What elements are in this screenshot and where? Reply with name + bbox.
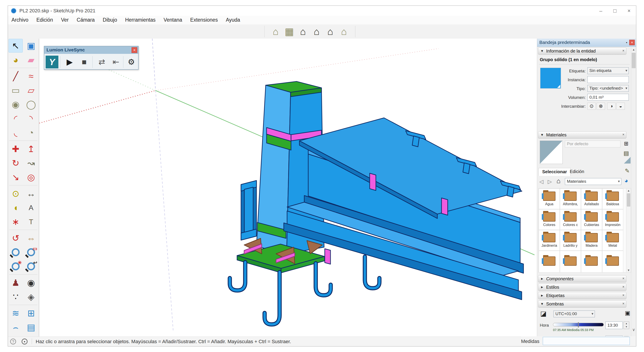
expand-arrow-icon[interactable]: ▼ xyxy=(540,133,544,137)
medidas-input[interactable] xyxy=(543,337,630,345)
tool-eraser-button[interactable]: ▰ xyxy=(24,53,38,67)
menu-herramientas[interactable]: Herramientas xyxy=(122,16,159,24)
tool-two-point-arc-button[interactable]: ◝ xyxy=(24,112,38,125)
hora-spinner[interactable]: ▴ ▾ xyxy=(624,321,629,329)
menu-ventana[interactable]: Ventana xyxy=(160,16,186,24)
tool-pie-button[interactable]: ◔ xyxy=(24,126,38,139)
tool-text-button[interactable]: A xyxy=(24,201,38,215)
iso-view-button[interactable]: ⌂ xyxy=(269,26,282,37)
folder-madera[interactable]: Madera xyxy=(581,230,602,251)
shadow-toggle-icon[interactable]: ◪ xyxy=(540,310,546,317)
folder-asfaltado[interactable]: Asfaltado xyxy=(581,189,602,209)
toggle-receive-shadows-button[interactable]: ◒ xyxy=(616,103,625,110)
grid-scroll-thumb[interactable] xyxy=(627,193,630,207)
minimize-button[interactable]: – xyxy=(594,6,608,16)
tab-edicion[interactable]: Edición xyxy=(566,168,588,176)
geolocation-icon[interactable]: ● xyxy=(22,338,28,344)
lumion-play-button[interactable]: ▶ xyxy=(63,56,76,68)
tool-pan-button[interactable]: ⇔ xyxy=(24,231,38,245)
left-view-button[interactable]: ⌂ xyxy=(338,26,350,37)
tool-orbit-button[interactable]: ↺ xyxy=(8,231,23,245)
lumion-close-icon[interactable]: × xyxy=(132,47,137,53)
model-3d-steel-connection[interactable] xyxy=(39,39,537,337)
materials-forward-icon[interactable]: ▷ xyxy=(548,179,552,185)
secondary-pane-icon[interactable]: ⊞ xyxy=(624,141,628,147)
lumion-settings-button[interactable]: ⚙ xyxy=(125,56,138,68)
maximize-button[interactable]: □ xyxy=(608,6,622,16)
tool-zoom-extents-button[interactable]: ✳ xyxy=(8,260,23,273)
lumion-logo-button[interactable]: Y xyxy=(46,56,58,68)
tray-header[interactable]: Bandeja predeterminada ▪ × xyxy=(537,39,636,47)
tool-rotate-button[interactable]: ↻ xyxy=(8,156,23,170)
materials-collection-dropdown[interactable]: Materiales ▾ xyxy=(565,178,621,185)
sombras-close-icon[interactable]: × xyxy=(622,302,624,306)
menu-camara[interactable]: Cámara xyxy=(73,16,98,24)
spin-up-icon[interactable]: ▴ xyxy=(624,322,629,325)
section-header-etiquetas[interactable]: ► Etiquetas × xyxy=(538,292,626,299)
tool-freehand-button[interactable]: ≈ xyxy=(24,69,38,83)
lumion-title-bar[interactable]: Lumion LiveSync × xyxy=(44,46,138,54)
tool-3d-text-button[interactable]: T xyxy=(24,215,38,229)
menu-edicion[interactable]: Edición xyxy=(33,16,56,24)
utc-dropdown[interactable]: UTC+01:00 ▾ xyxy=(554,310,595,317)
tool-dimension-button[interactable]: ↔ xyxy=(24,187,38,200)
materials-back-icon[interactable]: ◁ xyxy=(539,179,543,185)
tool-arc-button[interactable]: ◜ xyxy=(8,112,23,125)
tray-scrollbar[interactable]: ▲ ∨ xyxy=(631,47,636,346)
folder-metal[interactable]: Metal xyxy=(602,230,623,251)
section-header-estilos[interactable]: ► Estilos × xyxy=(538,284,626,291)
tab-seleccionar[interactable]: Seleccionar xyxy=(538,168,571,176)
tray-scroll-up-icon[interactable]: ▲ xyxy=(631,48,636,51)
tool-walk-button[interactable]: ∵ xyxy=(8,290,23,304)
tool-make-component-button[interactable]: ▣ xyxy=(24,39,38,53)
tool-position-camera-button[interactable]: ♟ xyxy=(8,276,23,290)
toggle-locked-button[interactable]: ⊗ xyxy=(597,103,605,110)
grid-scroll-down-icon[interactable]: ▼ xyxy=(626,269,631,272)
folder-agua[interactable]: Agua xyxy=(539,189,560,209)
toggle-hidden-button[interactable]: ⊙ xyxy=(588,103,596,110)
hora-slider[interactable] xyxy=(553,323,604,326)
spin-down-icon[interactable]: ▾ xyxy=(624,325,629,328)
tool-line-button[interactable]: ╱ xyxy=(8,69,23,83)
tool-protractor-button[interactable]: ◖ xyxy=(8,201,23,215)
folder-item[interactable] xyxy=(560,251,581,273)
tool-section-plane-button[interactable]: ◈ xyxy=(24,290,38,304)
steel-column-assembly[interactable] xyxy=(230,81,524,324)
top-view-button[interactable]: ▦ xyxy=(283,26,296,37)
hora-slider-handle[interactable] xyxy=(578,322,579,327)
materials-details-icon[interactable]: ◕ xyxy=(624,177,628,184)
tool-axes-button[interactable]: ∗ xyxy=(8,215,23,229)
folder-colores-c[interactable]: Colores c xyxy=(560,209,581,230)
tool-circle-button[interactable]: ◉ xyxy=(8,98,23,111)
create-material-icon[interactable]: ▤ xyxy=(624,150,629,157)
instancia-input[interactable] xyxy=(588,76,629,83)
close-button[interactable]: × xyxy=(622,6,636,16)
folder-jardineria[interactable]: Jardinería xyxy=(539,230,560,251)
tool-move-button[interactable]: ✚ xyxy=(8,142,23,156)
materials-grid-scrollbar[interactable]: ▲ ▼ xyxy=(626,189,631,272)
folder-ladrillo[interactable]: Ladrillo y xyxy=(560,230,581,251)
folder-item[interactable] xyxy=(539,251,560,273)
grid-scroll-up-icon[interactable]: ▲ xyxy=(626,189,631,192)
tray-close-icon[interactable]: × xyxy=(629,40,635,45)
toggle-cast-shadows-button[interactable]: ◑ xyxy=(607,103,616,110)
estilos-close-icon[interactable]: × xyxy=(622,285,624,289)
section-header-entity-info[interactable]: ▼ Información de la entidad × xyxy=(538,48,626,55)
menu-ver[interactable]: Ver xyxy=(58,16,72,24)
tool-scale-button[interactable]: ↘ xyxy=(8,170,23,184)
section-header-componentes[interactable]: ► Componentes × xyxy=(538,275,626,282)
expand-arrow-icon[interactable]: ▼ xyxy=(540,302,544,306)
entity-info-close-icon[interactable]: × xyxy=(622,49,624,53)
folder-impresion[interactable]: Impresión xyxy=(602,209,623,230)
menu-dibujo[interactable]: Dibujo xyxy=(99,16,120,24)
etiqueta-dropdown[interactable]: Sin etiqueta ▾ xyxy=(588,67,629,74)
folder-alfombra[interactable]: Alfombra, xyxy=(560,189,581,209)
tool-sandbox-from-scratch-button[interactable]: ⊞ xyxy=(24,306,38,320)
folder-item[interactable] xyxy=(602,251,623,273)
etiquetas-close-icon[interactable]: × xyxy=(622,293,624,297)
tool-push-pull-button[interactable]: ↥ xyxy=(24,142,38,156)
volumen-input[interactable] xyxy=(588,94,629,101)
right-view-button[interactable]: ⌂ xyxy=(310,26,323,37)
tool-tape-measure-button[interactable]: ⊙ xyxy=(8,187,23,200)
expand-arrow-icon[interactable]: ▼ xyxy=(540,49,544,53)
